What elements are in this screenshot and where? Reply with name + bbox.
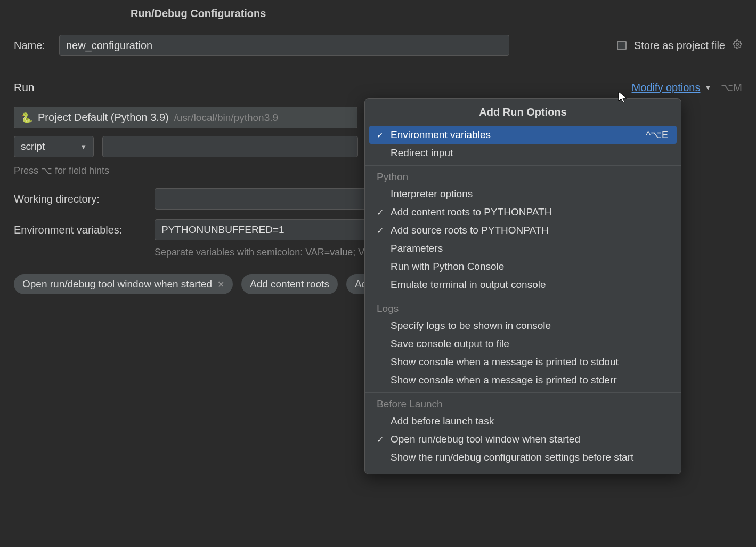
popup-option[interactable]: Redirect input: [369, 144, 677, 162]
popup-option[interactable]: Parameters: [369, 239, 677, 258]
popup-option-label: Run with Python Console: [391, 261, 504, 272]
svg-point-0: [736, 43, 739, 45]
popup-option[interactable]: Save console output to file: [369, 335, 677, 353]
chip-label: Add content roots: [250, 278, 329, 290]
popup-option[interactable]: ✓Add content roots to PYTHONPATH: [369, 203, 677, 221]
check-icon: ✓: [377, 207, 391, 218]
store-as-project-checkbox[interactable]: [617, 41, 627, 50]
popup-option-label: Show the run/debug configuration setting…: [391, 452, 633, 463]
chip-label: Open run/debug tool window when started: [22, 278, 212, 290]
check-icon: ✓: [377, 226, 391, 236]
chevron-down-icon: ▼: [704, 84, 711, 92]
popup-title: Add Run Options: [365, 99, 681, 126]
interpreter-name: Project Default (Python 3.9): [38, 111, 169, 124]
popup-option-label: Show console when a message is printed t…: [391, 374, 617, 386]
popup-option[interactable]: Add before launch task: [369, 412, 677, 430]
store-as-project-label: Store as project file: [634, 39, 725, 52]
popup-option[interactable]: ✓Environment variables^⌥E: [369, 126, 677, 144]
popup-option-label: Parameters: [391, 243, 443, 254]
chevron-down-icon: ▼: [80, 143, 87, 151]
run-section-label: Run: [14, 81, 35, 94]
popup-option[interactable]: Emulate terminal in output console: [369, 276, 677, 294]
popup-option-label: Open run/debug tool window when started: [391, 433, 580, 445]
popup-option[interactable]: Show the run/debug configuration setting…: [369, 448, 677, 466]
interpreter-dropdown[interactable]: 🐍 Project Default (Python 3.9) /usr/loca…: [14, 107, 357, 128]
check-icon: ✓: [377, 435, 391, 445]
popup-option-label: Specify logs to be shown in console: [391, 320, 551, 332]
script-path-input[interactable]: [102, 136, 358, 157]
popup-option-label: Add source roots to PYTHONPATH: [391, 224, 549, 236]
popup-option[interactable]: Show console when a message is printed t…: [369, 353, 677, 371]
close-icon[interactable]: ✕: [217, 279, 224, 289]
modify-shortcut-hint: ⌥M: [721, 81, 742, 94]
working-directory-label: Working directory:: [14, 193, 126, 205]
popup-section-before: Before Launch: [365, 392, 681, 412]
add-run-options-popup: Add Run Options ✓Environment variables^⌥…: [364, 98, 681, 474]
popup-option-label: Environment variables: [391, 129, 491, 141]
env-variables-label: Environment variables:: [14, 224, 126, 236]
popup-option-label: Redirect input: [391, 147, 453, 159]
popup-option-label: Add before launch task: [391, 415, 494, 427]
popup-shortcut-hint: ^⌥E: [646, 129, 668, 141]
popup-option[interactable]: Show console when a message is printed t…: [369, 371, 677, 389]
check-icon: ✓: [377, 130, 391, 140]
popup-option-label: Emulate terminal in output console: [391, 279, 546, 291]
script-select-value: script: [21, 141, 45, 152]
popup-section-logs: Logs: [365, 297, 681, 317]
python-icon: 🐍: [21, 112, 32, 124]
popup-option[interactable]: Run with Python Console: [369, 258, 677, 276]
popup-option-label: Show console when a message is printed t…: [391, 356, 619, 368]
popup-option-label: Add content roots to PYTHONPATH: [391, 206, 551, 218]
name-label: Name:: [14, 39, 45, 52]
working-directory-input[interactable]: [155, 188, 378, 210]
popup-option[interactable]: ✓Open run/debug tool window when started: [369, 430, 677, 448]
popup-option[interactable]: Specify logs to be shown in console: [369, 317, 677, 335]
modify-options-link[interactable]: Modify options: [631, 82, 700, 94]
interpreter-path: /usr/local/bin/python3.9: [174, 112, 278, 124]
dialog-title: Run/Debug Configurations: [0, 0, 756, 20]
popup-option[interactable]: ✓Add source roots to PYTHONPATH: [369, 221, 677, 239]
gear-icon[interactable]: [733, 39, 742, 52]
popup-option[interactable]: Interpreter options: [369, 185, 677, 203]
popup-option-label: Interpreter options: [391, 188, 473, 200]
popup-section-python: Python: [365, 165, 681, 185]
name-input[interactable]: [59, 35, 509, 56]
option-chip[interactable]: Add content roots: [241, 274, 338, 294]
option-chip[interactable]: Open run/debug tool window when started✕: [14, 274, 233, 294]
script-type-select[interactable]: script ▼: [14, 136, 94, 157]
env-variables-input[interactable]: [155, 219, 378, 240]
popup-option-label: Save console output to file: [391, 338, 509, 350]
